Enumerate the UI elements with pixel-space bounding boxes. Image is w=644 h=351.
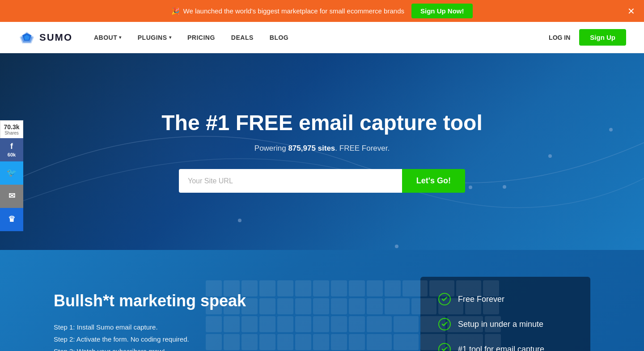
site-url-input[interactable] [179, 169, 402, 193]
signup-button[interactable]: Sign Up [579, 29, 626, 46]
svg-point-7 [503, 185, 506, 189]
facebook-count: 60k [8, 152, 16, 157]
nav-links-list: ABOUT ▾ PLUGINS ▾ PRICING DEALS BLOG [86, 34, 549, 41]
login-link[interactable]: LOG IN [549, 34, 570, 41]
logo-icon [18, 31, 36, 44]
feature-step-1: Step 1: Install Sumo email capture. [54, 323, 158, 331]
banner-message: We launched the world's biggest marketpl… [183, 7, 404, 15]
share-count-label: Shares [2, 131, 21, 135]
chevron-down-icon: ▾ [169, 35, 172, 40]
logo-text: SUMO [39, 32, 72, 43]
hero-title: The #1 FREE email capture tool [161, 110, 483, 135]
share-count-number: 70.3k [2, 123, 21, 131]
svg-point-8 [548, 154, 552, 158]
svg-point-5 [395, 245, 398, 248]
social-share-sidebar: 70.3k Shares f 60k 🐦 ✉ ♛ [0, 120, 23, 231]
hero-url-form: Let's Go! [179, 169, 465, 193]
banner-close-button[interactable]: ✕ [627, 7, 635, 16]
svg-point-4 [238, 219, 242, 222]
hero-subtitle-prefix: Powering [254, 144, 288, 152]
facebook-share-button[interactable]: f 60k [0, 138, 23, 161]
feature-step-2: Step 2: Activate the form. No coding req… [54, 335, 189, 343]
nav-link-plugins[interactable]: PLUGINS ▾ [130, 34, 179, 41]
svg-point-9 [609, 128, 613, 131]
nav-link-blog[interactable]: BLOG [262, 34, 297, 41]
feature-step-3: Step 3: Watch your subscribers grow! [54, 347, 165, 351]
nav-item-plugins[interactable]: PLUGINS ▾ [130, 34, 179, 41]
nav-item-blog[interactable]: BLOG [262, 34, 297, 41]
nav-link-pricing[interactable]: PRICING [179, 34, 223, 41]
banner-text: 🎉 We launched the world's biggest market… [171, 7, 404, 15]
facebook-icon: f [10, 142, 13, 151]
nav-item-pricing[interactable]: PRICING [179, 34, 223, 41]
lets-go-button[interactable]: Let's Go! [402, 169, 465, 193]
hero-subtitle: Powering 875,975 sites. FREE Forever. [254, 144, 390, 153]
nav-link-about[interactable]: ABOUT ▾ [86, 34, 130, 41]
share-count-box: 70.3k Shares [0, 120, 23, 138]
announcement-banner: 🎉 We launched the world's biggest market… [0, 0, 644, 22]
banner-emoji: 🎉 [171, 7, 180, 15]
features-steps: Step 1: Install Sumo email capture. Step… [54, 321, 394, 351]
sumo-share-button[interactable]: ♛ [0, 208, 23, 231]
nav-right-actions: LOG IN Sign Up [549, 29, 626, 46]
nav-item-deals[interactable]: DEALS [223, 34, 262, 41]
hero-sites-count: 875,975 sites [288, 144, 335, 152]
features-section: // Render keyboard keys via JS const kb … [0, 250, 644, 351]
main-navigation: SUMO ABOUT ▾ PLUGINS ▾ PRICING DEALS BLO… [0, 22, 644, 53]
chevron-down-icon: ▾ [119, 35, 122, 40]
email-icon: ✉ [8, 191, 15, 201]
nav-link-deals[interactable]: DEALS [223, 34, 262, 41]
svg-point-6 [469, 186, 472, 189]
nav-item-about[interactable]: ABOUT ▾ [86, 34, 130, 41]
twitter-share-button[interactable]: 🐦 [0, 161, 23, 185]
logo-link[interactable]: SUMO [18, 31, 72, 44]
banner-cta-button[interactable]: Sign Up Now! [411, 4, 473, 18]
sumo-crown-icon: ♛ [8, 214, 15, 224]
email-share-button[interactable]: ✉ [0, 185, 23, 208]
hero-section: The #1 FREE email capture tool Powering … [0, 53, 644, 250]
hero-subtitle-suffix: . FREE Forever. [335, 144, 390, 152]
twitter-icon: 🐦 [7, 168, 17, 178]
